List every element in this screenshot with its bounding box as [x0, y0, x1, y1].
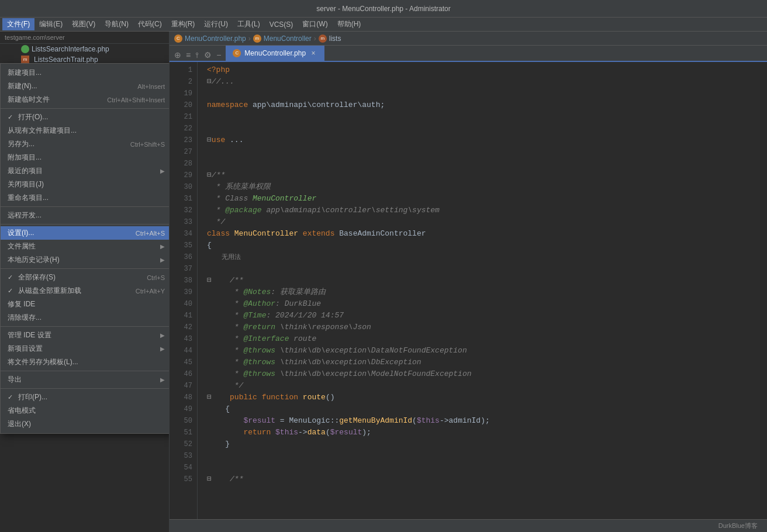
- list-item[interactable]: ListsSearchInterface.php: [0, 44, 169, 54]
- menu-open[interactable]: ✓ 打开(O)...: [1, 110, 170, 124]
- tab-minimize[interactable]: −: [215, 49, 222, 61]
- code-line: * 系统菜单权限: [207, 181, 767, 193]
- code-line: }: [207, 438, 767, 450]
- code-line: $result = MenuLogic::getMenuByAdminId($t…: [207, 415, 767, 427]
- separator: [1, 108, 170, 109]
- tab-split-h[interactable]: ≡: [185, 49, 192, 61]
- title-bar: server - MenuController.php - Administra…: [0, 0, 767, 18]
- status-bar: DurkBlue博客: [170, 519, 767, 532]
- code-line: 无用法: [207, 251, 767, 263]
- menu-help[interactable]: 帮助(H): [333, 18, 366, 30]
- menu-bar: 文件(F) 编辑(E) 视图(V) 导航(N) 代码(C) 重构(R) 运行(U…: [0, 18, 767, 32]
- menu-edit[interactable]: 编辑(E): [34, 18, 67, 30]
- editor-tab[interactable]: C MenuController.php ×: [226, 46, 324, 61]
- menu-rename-project[interactable]: 重命名项目...: [1, 191, 170, 205]
- code-line: * @Interface route: [207, 333, 767, 345]
- menu-clear-cache[interactable]: 清除缓存...: [1, 311, 170, 324]
- menu-close-project[interactable]: 关闭项目(J): [1, 178, 170, 191]
- code-line: */: [207, 216, 767, 228]
- tab-close-button[interactable]: ×: [309, 49, 317, 57]
- menu-exit[interactable]: 退出(X): [1, 417, 170, 431]
- tab-tool-btn[interactable]: ⊕: [173, 49, 182, 61]
- menu-file[interactable]: 文件(F): [2, 18, 34, 30]
- menu-save-as-template[interactable]: 将文件另存为模板(L)...: [1, 355, 170, 369]
- menu-recent[interactable]: 最近的项目 ▶: [1, 164, 170, 178]
- menu-run[interactable]: 运行(U): [199, 18, 233, 30]
- separator: [1, 224, 170, 224]
- code-line: [207, 88, 767, 99]
- separator: [1, 268, 170, 269]
- menu-power-save[interactable]: 省电模式: [1, 404, 170, 417]
- code-line: [207, 123, 767, 134]
- tab-bar: ⊕ ≡ ⫯ ⚙ − C MenuController.php ×: [170, 46, 767, 62]
- check-icon: ✓: [8, 113, 16, 121]
- separator: [1, 206, 170, 207]
- menu-nav[interactable]: 导航(N): [100, 18, 133, 30]
- submenu-arrow: ▶: [160, 376, 165, 383]
- menu-local-history[interactable]: 本地历史记录(H) ▶: [1, 253, 170, 267]
- code-line: class MenuController extends BaseAdminCo…: [207, 228, 767, 240]
- tab-file-icon: C: [233, 49, 241, 57]
- file-name: ListsSearchInterface.php: [32, 45, 109, 53]
- code-editor[interactable]: 1 2 19 20 21 22 23 27 28 29 30 31 32 33 …: [170, 62, 767, 519]
- sidebar: testgame.com\server ListsSearchInterface…: [0, 32, 170, 532]
- code-line: [207, 450, 767, 462]
- code-line: * @Time: 2024/1/20 14:57: [207, 310, 767, 322]
- menu-new-from-existing[interactable]: 从现有文件新建项目...: [1, 124, 170, 137]
- menu-new-project-settings[interactable]: 新项目设置 ▶: [1, 342, 170, 355]
- menu-attach[interactable]: 附加项目...: [1, 151, 170, 164]
- method-icon: m: [319, 34, 327, 43]
- menu-reload[interactable]: ✓ 从磁盘全部重新加载 Ctrl+Alt+Y: [1, 284, 170, 298]
- code-content: <?php ⊟//... namespace app\adminapi\cont…: [198, 62, 767, 519]
- menu-tools[interactable]: 工具(L): [233, 18, 265, 30]
- code-line: [207, 263, 767, 275]
- breadcrumb-bar: C MenuController.php › m MenuController …: [170, 32, 767, 46]
- menu-repair-ide[interactable]: 修复 IDE: [1, 298, 170, 311]
- menu-window[interactable]: 窗口(W): [298, 18, 332, 30]
- code-line: ⊟ /**: [207, 275, 767, 286]
- menu-refactor[interactable]: 重构(R): [167, 18, 200, 30]
- menu-save-as[interactable]: 另存为... Ctrl+Shift+S: [1, 137, 170, 151]
- code-line: ⊟/**: [207, 170, 767, 181]
- line-numbers: 1 2 19 20 21 22 23 27 28 29 30 31 32 33 …: [170, 62, 198, 519]
- code-line: * @throws \think\db\exception\ModelNotFo…: [207, 368, 767, 380]
- check-icon: ✓: [8, 393, 16, 401]
- menu-new[interactable]: 新建(N)... Alt+Insert: [1, 80, 170, 93]
- code-line: * @return \think\response\Json: [207, 322, 767, 333]
- check-icon: ✓: [8, 274, 16, 281]
- title-bar-title: server - MenuController.php - Administra…: [6, 5, 761, 13]
- editor-area: C MenuController.php › m MenuController …: [170, 32, 767, 532]
- menu-manage-ide[interactable]: 管理 IDE 设置 ▶: [1, 329, 170, 342]
- breadcrumb-file[interactable]: MenuController.php: [185, 34, 246, 43]
- menu-code[interactable]: 代码(C): [133, 18, 167, 30]
- code-line: * @Notes: 获取菜单路由: [207, 286, 767, 298]
- file-name: ListsSearchTrait.php: [34, 56, 98, 64]
- menu-print[interactable]: ✓ 打印(P)...: [1, 391, 170, 404]
- sidebar-path: testgame.com\server: [0, 32, 169, 44]
- code-line: * Class MenuController: [207, 193, 767, 205]
- check-icon: ✓: [8, 287, 16, 295]
- php-green-icon: [21, 45, 29, 53]
- submenu-arrow: ▶: [160, 168, 165, 174]
- code-line: ⊟use ...: [207, 134, 767, 146]
- menu-new-project[interactable]: 新建项目...: [1, 66, 170, 80]
- file-menu-dropdown: 新建项目... 新建(N)... Alt+Insert 新建临时文件 Ctrl+…: [0, 63, 170, 434]
- submenu-arrow: ▶: [160, 243, 165, 250]
- breadcrumb-class[interactable]: MenuController: [264, 34, 312, 43]
- menu-settings[interactable]: 设置(I)... Ctrl+Alt+S: [1, 226, 170, 240]
- tab-split-v[interactable]: ⫯: [194, 49, 201, 61]
- menu-export[interactable]: 导出 ▶: [1, 373, 170, 386]
- tab-settings[interactable]: ⚙: [203, 49, 213, 61]
- separator: [1, 388, 170, 389]
- menu-remote-dev[interactable]: 远程开发...: [1, 209, 170, 222]
- menu-save-all[interactable]: ✓ 全部保存(S) Ctrl+S: [1, 271, 170, 284]
- code-line: [207, 462, 767, 474]
- separator: [1, 326, 170, 327]
- menu-new-temp[interactable]: 新建临时文件 Ctrl+Alt+Shift+Insert: [1, 93, 170, 106]
- code-line: */: [207, 380, 767, 392]
- menu-file-props[interactable]: 文件属性 ▶: [1, 240, 170, 253]
- code-line: {: [207, 240, 767, 251]
- menu-vcs[interactable]: VCS(S): [265, 19, 298, 30]
- menu-view[interactable]: 视图(V): [67, 18, 100, 30]
- file-icon: C: [174, 34, 182, 43]
